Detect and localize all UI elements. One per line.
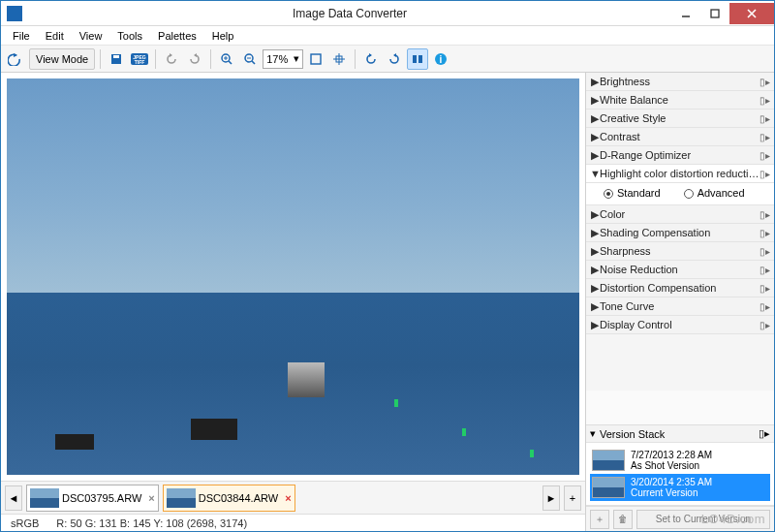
maximize-button[interactable]	[700, 3, 729, 24]
group-menu-icon[interactable]: ▯▸	[760, 283, 770, 294]
export-jpeg-tiff-icon[interactable]: JPEGTIFF	[129, 48, 150, 70]
group-shading[interactable]: ▶Shading Compensation▯▸	[586, 224, 774, 242]
window-title: Image Data Converter	[28, 7, 671, 20]
caret-right-icon: ▶	[590, 149, 600, 162]
thumbnail-strip: ◄ DSC03795.ARW × DSC03844.ARW × ► +	[1, 481, 585, 514]
thumbnail-item[interactable]: DSC03795.ARW ×	[26, 485, 159, 512]
group-distortion[interactable]: ▶Distortion Compensation▯▸	[586, 279, 774, 297]
menu-palettes[interactable]: Palettes	[150, 28, 204, 44]
caret-right-icon: ▶	[590, 300, 600, 313]
version-delete-button[interactable]: 🗑	[613, 510, 633, 529]
version-thumb	[592, 477, 625, 498]
version-row[interactable]: 7/27/2013 2:28 AM As Shot Version	[590, 447, 770, 474]
rotate-right-icon[interactable]	[384, 48, 405, 70]
highlight-distortion-options: Standard Advanced	[586, 183, 774, 205]
group-brightness[interactable]: ▶Brightness▯▸	[586, 73, 774, 91]
thumbnail-filename: DSC03844.ARW	[199, 492, 278, 504]
version-row[interactable]: 3/20/2014 2:35 AM Current Version	[590, 474, 770, 501]
version-add-button[interactable]: ＋	[590, 510, 609, 529]
panel-groups: ▶Brightness▯▸ ▶White Balance▯▸ ▶Creative…	[586, 73, 774, 424]
version-stack-header[interactable]: ▾ Version Stack ▯▸	[586, 424, 774, 443]
group-menu-icon[interactable]: ▯▸	[760, 320, 770, 330]
fit-screen-icon[interactable]	[305, 48, 326, 70]
radio-icon	[604, 189, 613, 199]
save-icon[interactable]	[106, 48, 127, 70]
group-menu-icon[interactable]: ▯▸	[760, 95, 770, 106]
strip-next-button[interactable]: ►	[542, 485, 560, 511]
actual-size-icon[interactable]	[328, 48, 350, 70]
group-menu-icon[interactable]: ▯▸	[760, 228, 770, 238]
menu-file[interactable]: File	[5, 28, 38, 44]
radio-advanced[interactable]: Advanced	[684, 187, 745, 199]
toolbar: View Mode JPEGTIFF 17% ▾ i	[1, 46, 774, 73]
toolbar-separator	[210, 49, 211, 69]
menu-edit[interactable]: Edit	[38, 28, 72, 44]
zoom-out-icon[interactable]	[239, 48, 261, 70]
version-stack-list: 7/27/2013 2:28 AM As Shot Version 3/20/2…	[586, 443, 774, 506]
group-menu-icon[interactable]: ▯▸	[760, 301, 770, 312]
caret-right-icon: ▶	[590, 208, 600, 221]
group-menu-icon[interactable]: ▯▸	[760, 246, 770, 257]
compare-view-icon[interactable]	[407, 48, 428, 70]
status-bar: sRGB R: 50 G: 131 B: 145 Y: 108 (2698, 3…	[1, 514, 585, 531]
caret-right-icon: ▶	[590, 282, 600, 295]
group-drange[interactable]: ▶D-Range Optimizer▯▸	[586, 146, 774, 165]
svg-rect-21	[418, 55, 422, 63]
redo-icon[interactable]	[184, 48, 205, 70]
group-white-balance[interactable]: ▶White Balance▯▸	[586, 91, 774, 110]
undo-icon[interactable]	[161, 48, 182, 70]
zoom-combo[interactable]: 17% ▾	[263, 49, 303, 69]
group-creative-style[interactable]: ▶Creative Style▯▸	[586, 110, 774, 128]
strip-add-button[interactable]: +	[564, 485, 581, 511]
caret-down-icon: ▾	[590, 427, 600, 440]
thumbnail-close-icon[interactable]: ×	[148, 492, 154, 504]
set-current-version-button[interactable]: Set to Current Version	[636, 510, 770, 529]
group-menu-icon[interactable]: ▯▸	[760, 77, 770, 87]
back-icon[interactable]	[4, 48, 25, 70]
menubar: File Edit View Tools Palettes Help	[1, 26, 774, 46]
viewer-column: ◄ DSC03795.ARW × DSC03844.ARW × ► + sRGB	[1, 73, 586, 531]
caret-right-icon: ▶	[590, 94, 600, 107]
zoom-in-icon[interactable]	[216, 48, 237, 70]
rotate-left-icon[interactable]	[360, 48, 382, 70]
thumbnail-item[interactable]: DSC03844.ARW ×	[163, 485, 295, 512]
view-mode-label: View Mode	[36, 53, 88, 65]
close-button[interactable]	[729, 3, 774, 24]
menu-help[interactable]: Help	[204, 28, 242, 44]
caret-right-icon: ▶	[590, 131, 600, 143]
group-menu-icon[interactable]: ▯▸	[760, 265, 770, 275]
minimize-button[interactable]	[671, 3, 700, 24]
thumbnail-close-icon[interactable]: ×	[285, 492, 291, 504]
group-contrast[interactable]: ▶Contrast▯▸	[586, 128, 774, 146]
thumbnail-image	[30, 488, 59, 508]
version-text: 3/20/2014 2:35 AM Current Version	[631, 477, 712, 498]
group-menu-icon[interactable]: ▯▸	[760, 169, 770, 179]
thumbnail-filename: DSC03795.ARW	[62, 492, 141, 504]
image-viewer[interactable]	[7, 78, 579, 475]
group-tonecurve[interactable]: ▶Tone Curve▯▸	[586, 297, 774, 316]
group-menu-icon[interactable]: ▯▸	[760, 150, 770, 161]
menu-view[interactable]: View	[72, 28, 110, 44]
group-color[interactable]: ▶Color▯▸	[586, 205, 774, 224]
caret-right-icon: ▶	[590, 264, 600, 276]
group-display[interactable]: ▶Display Control▯▸	[586, 316, 774, 334]
body: ◄ DSC03795.ARW × DSC03844.ARW × ► + sRGB	[1, 73, 774, 531]
info-icon[interactable]: i	[430, 48, 451, 70]
group-menu-icon[interactable]: ▯▸	[760, 132, 770, 142]
group-menu-icon[interactable]: ▯▸	[760, 113, 770, 124]
toolbar-separator	[100, 49, 101, 69]
version-controls: ＋ 🗑 Set to Current Version	[586, 506, 774, 531]
caret-right-icon: ▶	[590, 112, 600, 125]
caret-down-icon: ▼	[590, 168, 600, 179]
strip-prev-button[interactable]: ◄	[5, 485, 22, 511]
group-highlight-distortion[interactable]: ▼Highlight color distortion reduction▯▸	[586, 165, 774, 183]
radio-standard[interactable]: Standard	[604, 187, 661, 199]
group-sharpness[interactable]: ▶Sharpness▯▸	[586, 242, 774, 261]
group-menu-icon[interactable]: ▯▸	[759, 427, 770, 440]
svg-text:i: i	[440, 54, 443, 65]
plus-icon: ＋	[595, 513, 604, 526]
view-mode-button[interactable]: View Mode	[29, 48, 95, 70]
menu-tools[interactable]: Tools	[109, 28, 150, 44]
group-menu-icon[interactable]: ▯▸	[760, 209, 770, 220]
group-noise[interactable]: ▶Noise Reduction▯▸	[586, 261, 774, 279]
